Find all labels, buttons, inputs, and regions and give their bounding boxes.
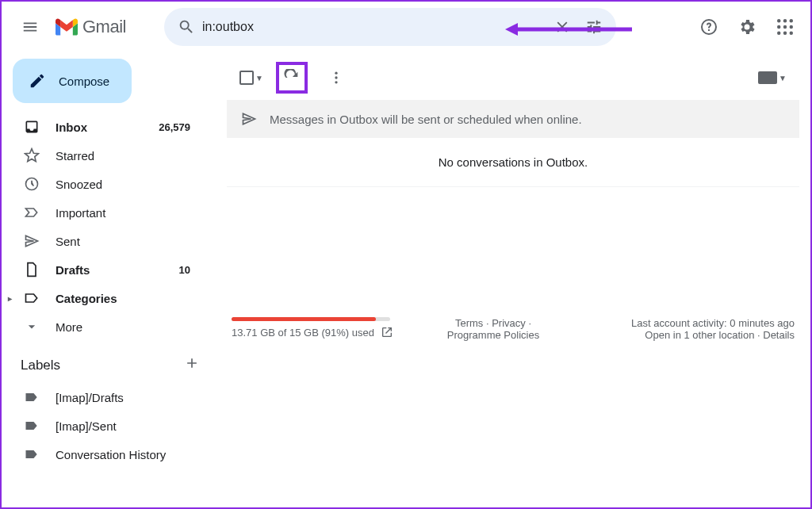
footer-right: Last account activity: 0 minutes ago Ope… bbox=[573, 317, 795, 341]
close-icon bbox=[553, 18, 571, 36]
apps-icon bbox=[777, 19, 793, 35]
labels-section-header: Labels bbox=[2, 341, 216, 383]
storage-text: 13.71 GB of 15 GB (91%) used bbox=[232, 327, 374, 339]
compose-button[interactable]: Compose bbox=[13, 59, 132, 103]
svg-point-9 bbox=[783, 32, 787, 35]
checkbox-icon bbox=[239, 71, 254, 85]
terms-link[interactable]: Terms bbox=[455, 317, 483, 329]
labels-title: Labels bbox=[21, 358, 60, 373]
logo-text: Gmail bbox=[82, 17, 126, 37]
clear-search-button[interactable] bbox=[546, 11, 578, 43]
tag-icon bbox=[24, 389, 40, 405]
toolbar: ▼ ▼ bbox=[227, 55, 799, 100]
settings-button[interactable] bbox=[731, 11, 763, 43]
activity-text: Last account activity: 0 minutes ago bbox=[573, 317, 795, 329]
gmail-logo[interactable]: Gmail bbox=[56, 17, 126, 37]
chevron-right-icon: ▸ bbox=[8, 294, 12, 303]
star-icon bbox=[24, 147, 40, 163]
storage-fill bbox=[232, 317, 376, 321]
open-in-link[interactable]: Open in 1 other location bbox=[645, 329, 754, 341]
sidebar-item-sent[interactable]: Sent bbox=[2, 227, 205, 255]
label-item-imap-drafts[interactable]: [Imap]/Drafts bbox=[2, 383, 205, 411]
chevron-down-icon: ▼ bbox=[779, 74, 787, 82]
menu-icon bbox=[21, 18, 39, 36]
svg-point-8 bbox=[777, 32, 780, 35]
svg-point-5 bbox=[777, 25, 780, 29]
chevron-down-icon: ▼ bbox=[255, 74, 263, 82]
tag-icon bbox=[24, 418, 40, 434]
input-tools-button[interactable]: ▼ bbox=[758, 71, 787, 84]
svg-point-2 bbox=[777, 19, 780, 22]
svg-point-6 bbox=[783, 25, 787, 29]
inbox-icon bbox=[24, 119, 40, 135]
app-header: Gmail bbox=[2, 2, 810, 52]
more-vert-icon bbox=[328, 70, 344, 86]
send-icon bbox=[241, 111, 257, 127]
sidebar-item-snoozed[interactable]: Snoozed bbox=[2, 170, 205, 198]
select-all-control[interactable]: ▼ bbox=[239, 71, 263, 85]
tag-icon bbox=[24, 446, 40, 462]
storage-widget[interactable]: 13.71 GB of 15 GB (91%) used bbox=[232, 317, 414, 341]
banner-text: Messages in Outbox will be sent or sched… bbox=[270, 113, 582, 126]
main-menu-button[interactable] bbox=[11, 8, 49, 46]
svg-point-12 bbox=[335, 72, 337, 75]
svg-point-14 bbox=[335, 81, 337, 83]
refresh-button[interactable] bbox=[276, 62, 308, 94]
apps-button[interactable] bbox=[769, 11, 801, 43]
important-icon bbox=[24, 205, 40, 220]
programme-link[interactable]: Programme Policies bbox=[447, 329, 539, 341]
footer-links-center: Terms · Privacy · Programme Policies bbox=[433, 317, 553, 341]
search-icon[interactable] bbox=[170, 18, 202, 36]
main-panel: ▼ ▼ Messages in Outbox will be sent or s… bbox=[216, 52, 810, 507]
privacy-link[interactable]: Privacy bbox=[492, 317, 526, 329]
header-actions bbox=[693, 11, 801, 43]
empty-message: No conversations in Outbox. bbox=[227, 138, 799, 187]
svg-point-7 bbox=[790, 25, 793, 29]
refresh-icon bbox=[283, 69, 301, 86]
sidebar-item-starred[interactable]: Starred bbox=[2, 141, 205, 170]
svg-point-10 bbox=[790, 32, 793, 35]
search-bar[interactable] bbox=[164, 8, 616, 46]
gmail-logo-icon bbox=[56, 18, 78, 36]
sidebar-item-drafts[interactable]: Drafts 10 bbox=[2, 255, 205, 284]
tune-icon bbox=[585, 18, 603, 36]
keyboard-icon bbox=[758, 71, 777, 84]
open-in-new-icon bbox=[381, 326, 393, 339]
compose-label: Compose bbox=[59, 75, 109, 88]
sidebar-item-categories[interactable]: ▸ Categories bbox=[2, 284, 205, 312]
send-icon bbox=[24, 233, 40, 249]
gear-icon bbox=[737, 17, 756, 36]
search-input[interactable] bbox=[202, 20, 546, 34]
chevron-down-icon bbox=[24, 319, 40, 335]
footer: 13.71 GB of 15 GB (91%) used Terms · Pri… bbox=[227, 306, 799, 352]
svg-point-13 bbox=[335, 76, 337, 78]
svg-point-4 bbox=[790, 19, 793, 22]
search-options-button[interactable] bbox=[578, 11, 610, 43]
more-actions-button[interactable] bbox=[320, 62, 352, 94]
info-banner: Messages in Outbox will be sent or sched… bbox=[227, 100, 799, 138]
file-icon bbox=[24, 262, 40, 277]
sidebar-item-important[interactable]: Important bbox=[2, 198, 205, 227]
details-link[interactable]: Details bbox=[763, 329, 795, 341]
help-icon bbox=[699, 17, 718, 36]
clock-icon bbox=[24, 176, 40, 192]
sidebar: Compose Inbox 26,579 Starred Snoozed Imp… bbox=[2, 52, 216, 507]
sidebar-item-more[interactable]: More bbox=[2, 312, 205, 341]
storage-bar bbox=[232, 317, 390, 321]
add-label-button[interactable] bbox=[184, 355, 200, 375]
label-item-imap-sent[interactable]: [Imap]/Sent bbox=[2, 411, 205, 440]
label-item-conversation-history[interactable]: Conversation History bbox=[2, 440, 205, 469]
pencil-icon bbox=[29, 72, 46, 90]
label-icon bbox=[24, 290, 40, 306]
sidebar-item-inbox[interactable]: Inbox 26,579 bbox=[2, 113, 205, 141]
svg-point-3 bbox=[783, 19, 787, 22]
support-button[interactable] bbox=[693, 11, 725, 43]
